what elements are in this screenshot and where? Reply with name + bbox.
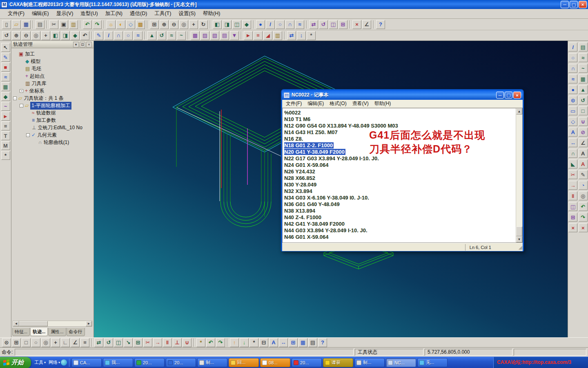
tool-manager-icon[interactable]: T: [1, 131, 10, 140]
print-icon[interactable]: ▤: [36, 20, 45, 29]
pan-icon[interactable]: +: [189, 20, 198, 29]
panel-tab[interactable]: 特征...: [12, 328, 30, 336]
undo-2-icon[interactable]: ↶: [206, 338, 215, 347]
quick-launch-item[interactable]: 网络▾: [49, 359, 60, 366]
tree-item[interactable]: -▱刀具轨迹：共 1 条: [11, 94, 94, 102]
circle-2-icon[interactable]: ○: [124, 31, 133, 40]
calculator-icon[interactable]: ⊟: [259, 338, 268, 347]
layer-icon[interactable]: ≡: [80, 338, 89, 347]
tree-item[interactable]: ≈轨迹数据: [11, 109, 94, 117]
sketch-icon[interactable]: ✎: [94, 31, 103, 40]
notepad-menu-item[interactable]: 帮助(H): [372, 99, 394, 108]
plane-rough-mill-icon[interactable]: ▩: [191, 31, 200, 40]
scroll-left-icon[interactable]: ◄: [13, 321, 19, 326]
view-left-icon[interactable]: ◫: [232, 20, 241, 29]
wireframe-display-icon[interactable]: ◇: [126, 20, 135, 29]
menu-item[interactable]: 编辑(E): [28, 9, 53, 18]
notepad-menu-item[interactable]: 文件(F): [283, 99, 305, 108]
command-input[interactable]: [15, 349, 354, 356]
point-icon[interactable]: ●: [256, 20, 265, 29]
trajectory-tools-icon[interactable]: ~: [1, 102, 10, 111]
snap-free-icon[interactable]: ⊙: [2, 338, 11, 347]
collapse-icon[interactable]: -: [20, 104, 23, 108]
r-text-icon[interactable]: A: [568, 128, 577, 137]
dimension-icon[interactable]: ↔: [279, 338, 288, 347]
rotate-view-icon[interactable]: ↻: [199, 20, 208, 29]
taskbar-button[interactable]: 回...: [229, 358, 259, 367]
options-icon[interactable]: *: [1, 151, 10, 160]
circle-icon[interactable]: ○: [276, 20, 285, 29]
pan-2-icon[interactable]: +: [41, 31, 50, 40]
array-2-icon[interactable]: ⊞: [134, 338, 143, 347]
scrollbar-thumb[interactable]: [19, 321, 48, 326]
solid-tools-icon[interactable]: ◆: [1, 92, 10, 101]
zoom-window-icon[interactable]: ⊞: [150, 20, 159, 29]
taskbar-button[interactable]: 谭获: [323, 358, 353, 367]
zoom-all-icon[interactable]: ◎: [179, 20, 188, 29]
tree-item[interactable]: ▤毛坯: [11, 65, 94, 72]
menu-item[interactable]: 工具(T): [151, 9, 175, 18]
surface-tools-icon[interactable]: ▦: [1, 82, 10, 91]
gear-icon[interactable]: *: [249, 338, 258, 347]
move-icon[interactable]: ⇄: [94, 338, 103, 347]
s-font-a-icon[interactable]: A: [579, 149, 588, 158]
browser-icon[interactable]: [61, 359, 67, 366]
print-2-icon[interactable]: ▤: [308, 338, 317, 347]
menu-item[interactable]: 文件(F): [4, 9, 28, 18]
zoom-in-2-icon[interactable]: ⊕: [12, 31, 21, 40]
s-annotate-icon[interactable]: ✎: [579, 170, 588, 179]
s-shell-icon[interactable]: □: [579, 106, 588, 115]
view-iso-icon[interactable]: ◆: [242, 20, 251, 29]
notepad-maximize-button[interactable]: ▢: [505, 92, 512, 99]
simulate-icon[interactable]: ►: [1, 112, 10, 121]
s-measure-icon[interactable]: ∠: [579, 138, 588, 147]
notepad-scrollbar[interactable]: ▲ ▼: [516, 108, 522, 242]
r-erase-icon[interactable]: ×: [568, 223, 577, 232]
array-icon[interactable]: ⊞: [339, 20, 347, 29]
r-rectangle-icon[interactable]: ▭: [568, 106, 577, 115]
view-front-icon[interactable]: ◧: [213, 20, 222, 29]
menu-item[interactable]: 设置(S): [175, 9, 199, 18]
menu-item[interactable]: 造型(U): [77, 9, 101, 18]
pin-icon[interactable]: ⊡: [80, 42, 85, 47]
s-next-icon[interactable]: ↷: [579, 213, 588, 222]
post-icon[interactable]: ≡: [1, 121, 10, 130]
polar-icon[interactable]: ∠: [71, 338, 80, 347]
panel-tab[interactable]: 属性...: [48, 328, 66, 336]
paste-icon[interactable]: ▥: [69, 20, 78, 29]
app-titlebar[interactable]: M CAXA制造工程师2013r3 大赛专用版(11.2.1447.10613)…: [0, 0, 588, 9]
notepad-text-area[interactable]: %0022N10 T1 M6N12 G90 G54 G0 X13.894 Y-4…: [282, 108, 523, 243]
plane-finish-mill-icon[interactable]: ▨: [200, 31, 209, 40]
panel-menu-icon[interactable]: ▾: [73, 42, 79, 47]
taskbar-button[interactable]: 08...: [260, 358, 290, 367]
mirror-icon[interactable]: ◫: [329, 20, 338, 29]
r-array-icon[interactable]: ⊞: [568, 213, 577, 222]
r-arc-icon[interactable]: ∩: [568, 64, 577, 73]
r-chamfer-icon[interactable]: ◣: [568, 159, 577, 168]
panel-tab[interactable]: 命令行: [67, 328, 85, 336]
notepad-menu-item[interactable]: 编辑(E): [305, 99, 327, 108]
snap-endpoint-icon[interactable]: □: [22, 338, 31, 347]
s-sweep-icon[interactable]: ~: [579, 64, 588, 73]
notepad-menu-item[interactable]: 格式(O): [327, 99, 349, 108]
s-union-icon[interactable]: ∪: [579, 117, 588, 126]
notepad-minimize-button[interactable]: ─: [496, 92, 504, 99]
r-extend-icon[interactable]: →: [568, 181, 577, 190]
scroll-right-icon[interactable]: ►: [86, 321, 92, 326]
s-smooth-icon[interactable]: ◔: [579, 181, 588, 190]
tree-item[interactable]: ▥刀具库: [11, 80, 94, 87]
s-net-icon[interactable]: ▦: [579, 74, 588, 83]
extend-icon[interactable]: →: [153, 338, 162, 347]
r-circle-icon[interactable]: ○: [568, 53, 577, 62]
extrude-icon[interactable]: ▲: [147, 31, 156, 40]
notepad-window[interactable]: ▤ NC0022 - 记事本 ─ ▢ × 文件(F)编辑(E)格式(O)查看(V…: [281, 89, 524, 251]
menu-item[interactable]: 通信(D): [126, 9, 151, 18]
s-extrude-icon[interactable]: ▲: [579, 85, 588, 94]
scroll-up-icon[interactable]: ▲: [516, 108, 522, 114]
taskbar-button[interactable]: 20...: [292, 358, 322, 367]
erase-icon[interactable]: ×: [352, 20, 361, 29]
s-ruled-icon[interactable]: ▤: [579, 43, 588, 52]
r-ellipse-icon[interactable]: ⊙: [568, 96, 577, 105]
mirror-2-icon[interactable]: ◫: [114, 338, 123, 347]
notepad-menu-item[interactable]: 查看(V): [350, 99, 372, 108]
